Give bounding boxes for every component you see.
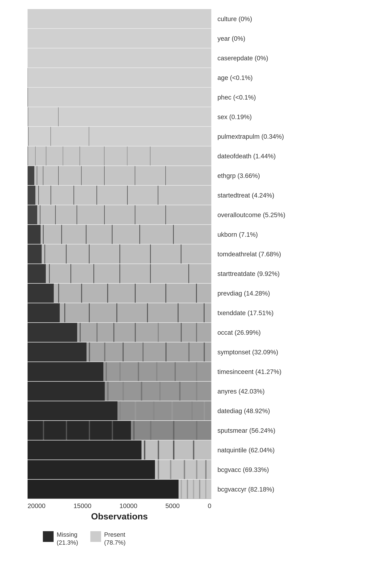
svg-rect-41: [50, 186, 51, 205]
svg-rect-7: [28, 29, 211, 48]
svg-rect-65: [66, 244, 66, 264]
legend-missing-label: Missing(21.3%): [57, 530, 78, 546]
svg-rect-13: [28, 107, 211, 126]
svg-rect-118: [174, 362, 176, 381]
y-label-ethgrp: ethgrp (3.66%): [218, 166, 286, 186]
svg-rect-37: [166, 166, 166, 185]
svg-rect-161: [181, 480, 182, 499]
svg-rect-153: [28, 460, 155, 479]
svg-rect-42: [74, 186, 74, 205]
svg-rect-87: [28, 303, 60, 322]
svg-rect-59: [112, 225, 112, 244]
svg-rect-93: [204, 303, 204, 322]
svg-rect-95: [28, 323, 77, 342]
svg-rect-55: [28, 225, 40, 244]
svg-rect-50: [76, 205, 77, 224]
svg-rect-100: [158, 323, 159, 342]
svg-rect-58: [86, 225, 86, 244]
svg-rect-97: [96, 323, 98, 342]
svg-rect-89: [89, 303, 90, 322]
svg-rect-164: [199, 480, 200, 499]
svg-rect-75: [120, 264, 120, 283]
svg-rect-125: [159, 382, 161, 401]
svg-rect-12: [28, 88, 28, 107]
svg-rect-122: [107, 382, 108, 401]
y-label-txenddate: txenddate (17.51%): [218, 303, 286, 323]
svg-rect-105: [89, 342, 90, 362]
y-label-pulmextrapulm: pulmextrapulm (0.34%): [218, 127, 286, 146]
svg-rect-71: [28, 264, 46, 283]
x-axis-area: 20000 15000 10000 5000 0 Observations: [28, 502, 211, 522]
svg-rect-9: [28, 68, 211, 87]
svg-rect-47: [28, 205, 37, 224]
svg-rect-150: [173, 440, 174, 460]
svg-rect-116: [138, 362, 139, 381]
svg-rect-76: [150, 264, 151, 283]
svg-rect-138: [43, 421, 44, 440]
svg-rect-10: [28, 68, 28, 87]
svg-rect-142: [133, 421, 134, 440]
svg-rect-34: [81, 166, 82, 185]
x-axis-labels: 20000 15000 10000 5000 0: [28, 502, 211, 510]
bar-chart-svg: [28, 9, 211, 499]
svg-rect-149: [158, 440, 159, 460]
svg-rect-29: [28, 166, 211, 185]
svg-rect-148: [144, 440, 145, 460]
legend-item-present: Present(78.7%): [90, 530, 126, 546]
svg-rect-151: [193, 440, 194, 460]
svg-rect-69: [181, 244, 182, 264]
y-label-sputsmear: sputsmear (56.24%): [218, 421, 286, 440]
legend-area: Missing(21.3%) Present(78.7%): [43, 530, 126, 546]
svg-rect-23: [46, 146, 46, 166]
svg-rect-40: [38, 186, 39, 205]
svg-rect-77: [188, 264, 189, 283]
svg-rect-121: [28, 382, 105, 401]
svg-rect-52: [135, 205, 135, 224]
svg-rect-64: [44, 244, 45, 264]
svg-rect-63: [28, 244, 42, 264]
y-label-dateofdeath: dateofdeath (1.44%): [218, 146, 286, 166]
svg-rect-30: [28, 166, 34, 185]
svg-rect-108: [142, 342, 144, 362]
svg-rect-67: [120, 244, 120, 264]
svg-rect-11: [28, 88, 211, 107]
svg-rect-84: [166, 284, 166, 303]
legend-item-missing: Missing(21.3%): [43, 530, 78, 546]
svg-rect-54: [28, 225, 211, 244]
svg-rect-32: [43, 166, 43, 185]
svg-rect-39: [28, 186, 35, 205]
legend-present-label: Present(78.7%): [104, 530, 126, 546]
y-label-bcgvaccyr: bcgvaccyr (82.18%): [218, 480, 286, 499]
svg-rect-33: [58, 166, 59, 185]
svg-rect-115: [120, 362, 121, 381]
svg-rect-134: [192, 401, 193, 420]
svg-rect-132: [153, 401, 154, 420]
svg-rect-157: [196, 460, 198, 479]
svg-rect-124: [141, 382, 142, 401]
svg-rect-162: [187, 480, 188, 499]
y-label-culture: culture (0%): [218, 9, 286, 29]
x-label-5000: 5000: [166, 502, 180, 510]
svg-rect-127: [196, 382, 198, 401]
svg-rect-155: [170, 460, 171, 479]
svg-rect-90: [116, 303, 117, 322]
svg-rect-144: [173, 421, 174, 440]
svg-rect-45: [158, 186, 158, 205]
svg-rect-19: [89, 127, 89, 146]
vis-panel: [28, 9, 211, 499]
svg-rect-160: [28, 480, 178, 499]
svg-rect-14: [28, 107, 28, 126]
svg-rect-36: [135, 166, 135, 185]
y-label-startedtreat: startedtreat (4.24%): [218, 186, 286, 205]
y-label-year: year (0%): [218, 29, 286, 48]
svg-rect-16: [28, 127, 211, 146]
svg-rect-60: [139, 225, 140, 244]
missing-swatch: [43, 531, 54, 542]
svg-rect-24: [63, 146, 63, 166]
y-label-age: age (<0.1%): [218, 68, 286, 88]
y-label-sex: sex (0.19%): [218, 107, 286, 127]
y-label-prevdiag: prevdiag (14.28%): [218, 284, 286, 303]
x-label-15000: 15000: [74, 502, 92, 510]
svg-rect-27: [127, 146, 128, 166]
svg-rect-88: [64, 303, 65, 322]
